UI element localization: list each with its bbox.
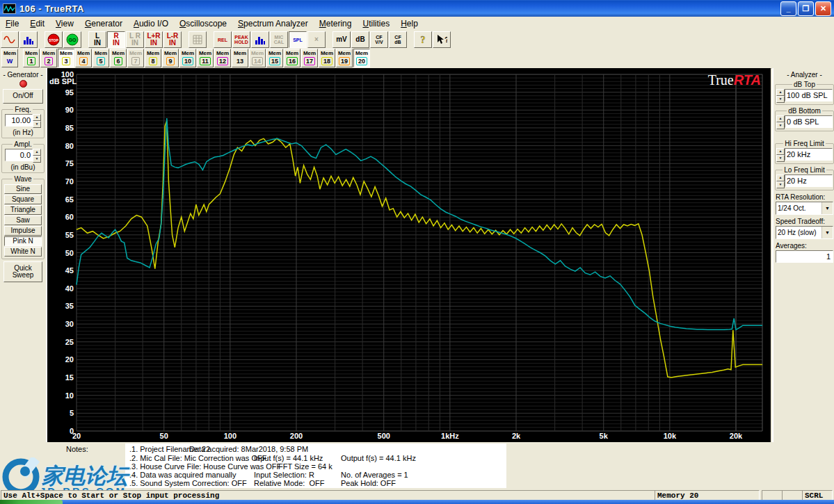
bar-display-button[interactable]: [251, 31, 269, 48]
lo-freq-group: Lo Freq Limit ▲▼ 20 Hz: [775, 166, 834, 190]
go-icon: GO: [66, 33, 79, 46]
wave-sine-button[interactable]: Sine: [4, 184, 42, 194]
hi-freq-down-arrow[interactable]: ▼: [776, 155, 785, 162]
memory-18-button[interactable]: Mem18: [319, 49, 335, 67]
db-bottom-down-arrow[interactable]: ▼: [776, 122, 785, 129]
context-help-button[interactable]: ?: [433, 31, 451, 48]
memory-5-button[interactable]: Mem5: [93, 49, 109, 67]
mic-cal-button: MIC CAL: [270, 31, 288, 48]
ampl-down-arrow[interactable]: ▼: [33, 156, 41, 163]
title-bar[interactable]: 106 - TrueRTA _ ❐ ✕: [0, 0, 834, 17]
memory-3-button[interactable]: Mem3: [58, 49, 74, 67]
hi-freq-up-arrow[interactable]: ▲: [776, 148, 785, 155]
menu-utilities[interactable]: Utilities: [357, 17, 395, 30]
spectrum-chart: 1009590858075706560555045403530252015105…: [47, 68, 771, 442]
relative-button[interactable]: REL: [214, 31, 232, 48]
peak-hold-button[interactable]: PEAK HOLD: [232, 31, 250, 48]
menu-generator[interactable]: Generator: [79, 17, 128, 30]
windows-taskbar[interactable]: [0, 500, 834, 504]
menu-oscilloscope[interactable]: Oscilloscope: [174, 17, 232, 30]
menu-audio-i-o[interactable]: Audio I/O: [128, 17, 174, 30]
wave-square-button[interactable]: Square: [4, 195, 42, 204]
note-text: Input Selection: R: [254, 471, 314, 479]
memory-17-button[interactable]: Mem17: [301, 49, 318, 67]
wave-saw-button[interactable]: Saw: [4, 216, 42, 225]
db-top-label: dB Top: [792, 81, 817, 88]
memory-12-button[interactable]: Mem12: [214, 49, 231, 67]
wave-white-n-button[interactable]: White N: [4, 247, 42, 257]
db-top-field[interactable]: 100 dB SPL: [785, 89, 833, 101]
crest-factor-db-button[interactable]: CF dB: [389, 31, 407, 48]
axis-tick-label: dB SPL: [49, 77, 77, 86]
restore-button[interactable]: ❐: [798, 1, 814, 16]
db-bottom-field[interactable]: 0 dB SPL: [785, 115, 833, 128]
l-plus-r-input-button[interactable]: L+R IN: [145, 31, 163, 48]
freq-input[interactable]: 10.00: [5, 114, 33, 127]
hi-freq-field[interactable]: 20 kHz: [785, 148, 833, 161]
ampl-input[interactable]: 0.0: [5, 149, 33, 161]
wave-impulse-button[interactable]: Impulse: [4, 226, 42, 236]
memory-16-button[interactable]: Mem16: [284, 49, 300, 67]
db-top-down-arrow[interactable]: ▼: [776, 96, 785, 103]
help-button[interactable]: ?: [414, 31, 432, 48]
decibel-button[interactable]: dB: [351, 31, 369, 48]
start-button[interactable]: [0, 500, 63, 504]
memory-1-button[interactable]: Mem1: [23, 49, 40, 67]
millivolt-button[interactable]: mV: [332, 31, 351, 48]
speed-tradeoff-arrow-icon[interactable]: ▼: [821, 227, 833, 238]
memory-9-button[interactable]: Mem9: [162, 49, 179, 67]
freq-down-arrow[interactable]: ▼: [33, 121, 41, 128]
lo-freq-up-arrow[interactable]: ▲: [776, 174, 785, 181]
go-button[interactable]: GO: [63, 31, 81, 48]
memory-13-button[interactable]: Mem13: [232, 49, 248, 67]
axis-tick-label: 75: [65, 159, 74, 168]
memory-w-button[interactable]: MemW: [1, 49, 18, 67]
left-input-button[interactable]: L IN: [88, 31, 106, 48]
averages-field[interactable]: 1: [776, 250, 833, 263]
stop-button[interactable]: STOP: [45, 31, 63, 48]
note-text: Relative Mode: OFF: [254, 479, 324, 487]
memory-8-button[interactable]: Mem8: [145, 49, 161, 67]
memory-20-button[interactable]: Mem20: [353, 49, 370, 67]
lo-freq-down-arrow[interactable]: ▼: [776, 181, 785, 188]
lo-freq-label: Lo Freq Limit: [783, 166, 826, 174]
menu-file[interactable]: File: [0, 17, 24, 30]
memory-4-button[interactable]: Mem4: [75, 49, 92, 67]
sine-generator-button[interactable]: [1, 31, 19, 48]
lo-freq-field[interactable]: 20 Hz: [785, 174, 833, 187]
freq-up-arrow[interactable]: ▲: [33, 114, 41, 121]
svg-text:GO: GO: [69, 38, 77, 42]
grid-button: [189, 31, 207, 48]
speed-tradeoff-dropdown[interactable]: 20 Hz (slow) ▼: [776, 226, 833, 239]
menu-metering[interactable]: Metering: [314, 17, 358, 30]
memory-6-button[interactable]: Mem6: [110, 49, 127, 67]
spl-button[interactable]: SPL: [289, 31, 307, 48]
rta-resolution-dropdown[interactable]: 1/24 Oct. ▼: [776, 202, 833, 215]
axis-tick-label: 60: [65, 213, 74, 221]
rta-resolution-arrow-icon[interactable]: ▼: [821, 202, 833, 214]
spectrum-display-button[interactable]: [19, 31, 38, 48]
right-input-button[interactable]: R IN: [107, 31, 125, 48]
axis-tick-label: 20k: [730, 432, 743, 440]
minimize-button[interactable]: _: [780, 1, 796, 16]
memory-2-button[interactable]: Mem2: [40, 49, 57, 67]
axis-tick-label: 15: [65, 373, 74, 382]
menu-spectrum-analyzer[interactable]: Spectrum Analyzer: [232, 17, 314, 30]
close-button[interactable]: ✕: [815, 1, 831, 16]
crest-factor-vv-button[interactable]: CF V/V: [370, 31, 388, 48]
quick-sweep-button[interactable]: Quick Sweep: [3, 261, 42, 282]
menu-edit[interactable]: Edit: [24, 17, 50, 30]
db-top-up-arrow[interactable]: ▲: [776, 89, 785, 96]
wave-pink-n-button[interactable]: Pink N: [4, 236, 42, 246]
menu-help[interactable]: Help: [395, 17, 424, 30]
memory-15-button[interactable]: Mem15: [266, 49, 283, 67]
memory-10-button[interactable]: Mem10: [179, 49, 196, 67]
generator-onoff-button[interactable]: On/Off: [3, 89, 43, 104]
menu-view[interactable]: View: [50, 17, 79, 30]
ampl-up-arrow[interactable]: ▲: [33, 149, 41, 156]
memory-11-button[interactable]: Mem11: [197, 49, 214, 67]
memory-19-button[interactable]: Mem19: [336, 49, 353, 67]
l-minus-r-input-button[interactable]: L-R IN: [163, 31, 182, 48]
db-bottom-up-arrow[interactable]: ▲: [776, 115, 785, 122]
wave-triangle-button[interactable]: Triangle: [4, 205, 42, 215]
